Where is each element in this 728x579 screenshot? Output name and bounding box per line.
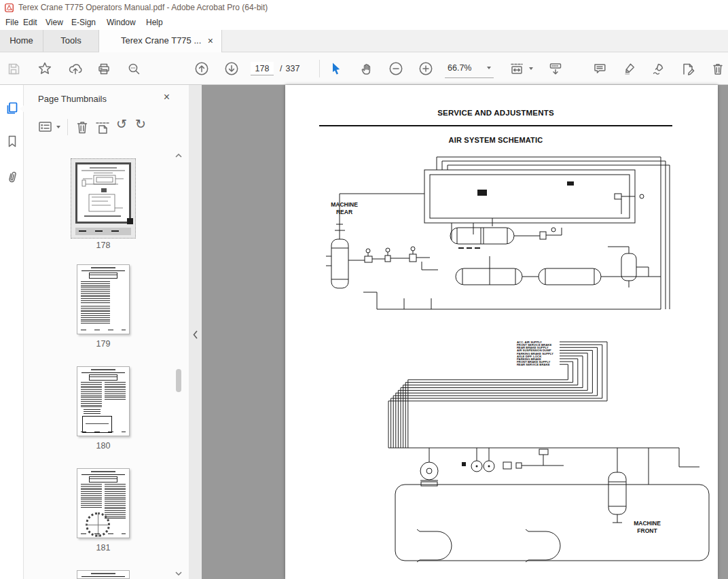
zoom-in-icon[interactable] [418,61,433,76]
scrollbar-down-icon[interactable] [174,569,183,578]
panel-close-icon[interactable]: × [164,91,170,103]
next-page-icon[interactable] [224,61,239,76]
print-icon[interactable] [96,61,111,76]
star-favorite-icon[interactable] [37,61,52,76]
thumbnail-180-diagram [82,416,113,433]
search-icon[interactable] [126,61,141,76]
zoom-caret-down-icon [487,67,491,69]
toolbar-divider [319,60,320,77]
document-area[interactable]: SERVICE AND ADJUSTMENTS AIR SYSTEM SCHEM… [202,85,728,579]
tab-tools[interactable]: Tools [43,30,99,52]
previous-page-icon[interactable] [194,61,209,76]
page-number-input[interactable] [251,62,274,75]
collapse-panel-icon[interactable] [192,330,198,340]
thumbnail-178-preview [77,164,129,222]
menu-esign[interactable]: E-Sign [68,15,99,30]
acrobat-logo-icon [5,3,14,12]
rotate-counterclockwise-icon[interactable]: ↺ [116,116,127,133]
edit-pdf-icon[interactable] [680,61,695,76]
zoom-level-control[interactable]: 66.7% [445,58,494,78]
tab-document[interactable]: Terex Crane T775 ... × [99,30,222,52]
zoom-level-value: 66.7% [448,63,471,73]
thumbnail-page-181[interactable] [77,468,130,538]
page-scrolling-icon[interactable] [548,61,563,76]
machine-front-label: MACHINE FRONT [623,520,672,535]
window-title: Terex Crane T775 Operators Manual.pdf - … [18,3,268,12]
page-count-total: 337 [285,52,299,85]
bookmarks-panel-icon[interactable] [5,134,20,149]
panel-gutter [189,85,202,579]
app-body: Page Thumbnails × ↺ ↻ [0,85,728,579]
rotate-clockwise-icon[interactable]: ↻ [135,116,146,133]
panel-toolbar-divider [67,119,68,135]
extract-pages-icon[interactable] [94,119,111,135]
thumbnail-178-footer [75,228,131,235]
menu-view[interactable]: View [42,15,67,30]
tab-document-label: Terex Crane T775 ... [121,35,201,46]
pipe-line-labels: ACC. AIR SUPPLY FRONT SERVICE BRAKE REAR… [517,341,558,366]
fit-width-caret-icon[interactable] [529,67,533,70]
heading-rule [319,125,672,126]
title-bar: Terex Crane T775 Operators Manual.pdf - … [0,0,728,15]
pdf-page: SERVICE AND ADJUSTMENTS AIR SYSTEM SCHEM… [285,85,718,579]
page-thumbnails-panel-icon[interactable] [5,101,20,116]
select-tool-icon[interactable] [328,61,343,76]
page-count-divider: / [280,52,282,85]
menu-help[interactable]: Help [143,15,166,30]
hand-tool-icon[interactable] [359,61,374,76]
thumbnail-page-182[interactable] [77,570,130,579]
air-schematic-rear [323,153,718,333]
thumbnail-178-corner-mark [127,218,133,224]
tab-bar: Home Tools Terex Crane T775 ... × [0,30,728,52]
acrobat-window: Terex Crane T775 Operators Manual.pdf - … [0,0,728,579]
zoom-out-icon[interactable] [388,61,403,76]
comment-icon[interactable] [592,61,607,76]
tab-home[interactable]: Home [0,30,43,52]
fit-width-icon[interactable] [509,61,524,76]
thumbnail-options-icon[interactable] [37,119,54,135]
save-icon[interactable] [6,61,21,76]
page-count: / 337 [280,52,299,85]
page-subheading: AIR SYSTEM SCHEMATIC [285,136,706,144]
main-toolbar: / 337 66.7% [0,52,728,85]
thumbnail-options-caret-icon[interactable] [56,126,60,128]
menu-window[interactable]: Window [103,15,139,30]
attachments-panel-icon[interactable] [5,169,20,184]
thumbnail-page-178[interactable] [71,158,136,239]
thumbnail-178-page [75,162,131,224]
panel-delete-pages-icon[interactable] [74,119,90,135]
thumbnail-180-number: 180 [71,441,136,451]
tab-close-icon[interactable]: × [208,30,213,52]
thumbnail-179-number: 179 [71,339,136,349]
menu-edit[interactable]: Edit [20,15,41,30]
thumbnail-178-number: 178 [71,241,136,250]
delete-pages-icon[interactable] [710,61,725,76]
navigation-rail [0,85,24,579]
panel-title: Page Thumbnails [38,94,107,104]
highlight-icon[interactable] [622,61,637,76]
cloud-upload-icon[interactable] [68,61,83,76]
thumbnail-page-180[interactable] [77,366,130,436]
sign-icon[interactable] [651,61,666,76]
thumbnail-page-179[interactable] [77,264,130,334]
page-thumbnails-panel: Page Thumbnails × ↺ ↻ [24,85,189,579]
menu-file[interactable]: File [2,15,22,30]
scrollbar-up-icon[interactable] [174,152,183,160]
page-heading: SERVICE AND ADJUSTMENTS [285,109,706,117]
panel-scrollbar-thumb[interactable] [176,369,181,392]
thumbnail-181-number: 181 [71,543,136,552]
machine-rear-label: MACHINE REAR [323,201,366,216]
menu-bar: File Edit View E-Sign Window Help [0,15,728,30]
